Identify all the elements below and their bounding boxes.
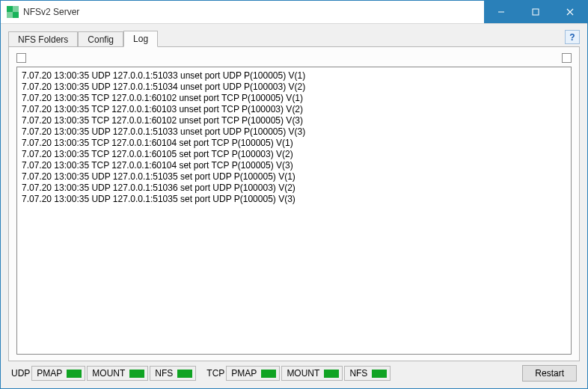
log-line: 7.07.20 13:00:35 UDP 127.0.0.1:51035 set… [22,194,566,205]
log-line: 7.07.20 13:00:35 TCP 127.0.0.1:60102 uns… [22,93,566,104]
log-line: 7.07.20 13:00:35 TCP 127.0.0.1:60103 uns… [22,104,566,115]
log-checkbox-left[interactable] [16,53,26,63]
close-button[interactable] [553,1,587,23]
minimize-button[interactable] [484,1,518,23]
tab-log[interactable]: Log [123,31,158,47]
log-line: 7.07.20 13:00:35 UDP 127.0.0.1:51033 uns… [22,126,566,138]
nfs-label: NFS [155,368,173,379]
tcp-pmap-status: PMAP [226,366,280,381]
log-top-row [16,53,572,64]
titlebar: NFSv2 Server [1,1,587,23]
tab-config[interactable]: Config [78,31,123,47]
restart-button[interactable]: Restart [522,365,577,382]
app-icon [7,6,19,18]
svg-rect-1 [533,9,539,15]
tab-row: NFS Folders Config Log ? [8,30,580,46]
led-icon [372,370,387,378]
led-icon [261,370,276,378]
tcp-label: TCP [206,368,224,379]
log-line: 7.07.20 13:00:35 UDP 127.0.0.1:51034 uns… [22,82,566,93]
mount-label: MOUNT [92,368,125,379]
help-button[interactable]: ? [565,30,580,44]
status-bar: UDP PMAP MOUNT NFS TCP PMAP MOUNT [8,361,580,382]
udp-mount-status: MOUNT [87,366,148,381]
pmap-label: PMAP [37,368,62,379]
log-line: 7.07.20 13:00:35 UDP 127.0.0.1:51036 set… [22,183,566,194]
log-checkbox-right[interactable] [562,53,572,63]
udp-nfs-status: NFS [150,366,196,381]
led-icon [129,370,144,378]
window-title: NFSv2 Server [23,7,79,17]
led-icon [324,370,339,378]
log-panel: 7.07.20 13:00:35 UDP 127.0.0.1:51033 uns… [8,46,580,361]
led-icon [67,370,82,378]
tab-nfs-folders[interactable]: NFS Folders [8,31,78,47]
log-line: 7.07.20 13:00:35 UDP 127.0.0.1:51035 set… [22,171,566,183]
udp-pmap-status: PMAP [31,366,85,381]
log-line: 7.07.20 13:00:35 TCP 127.0.0.1:60104 set… [22,138,566,149]
udp-label: UDP [11,368,30,379]
log-line: 7.07.20 13:00:35 TCP 127.0.0.1:60104 set… [22,160,566,171]
maximize-button[interactable] [518,1,553,23]
log-line: 7.07.20 13:00:35 TCP 127.0.0.1:60102 uns… [22,115,566,126]
nfs-label: NFS [349,368,367,379]
client-area: NFS Folders Config Log ? 7.07.20 13:00:3… [1,23,587,388]
pmap-label: PMAP [231,368,257,379]
tcp-nfs-status: NFS [344,366,391,381]
tcp-mount-status: MOUNT [281,366,343,381]
log-line: 7.07.20 13:00:35 TCP 127.0.0.1:60105 set… [22,149,566,160]
log-line: 7.07.20 13:00:35 UDP 127.0.0.1:51033 uns… [22,70,566,82]
led-icon [177,370,192,378]
mount-label: MOUNT [287,368,319,379]
app-window: NFSv2 Server NFS Folders Config Log ? 7.… [0,0,588,389]
log-textarea[interactable]: 7.07.20 13:00:35 UDP 127.0.0.1:51033 uns… [16,67,572,355]
